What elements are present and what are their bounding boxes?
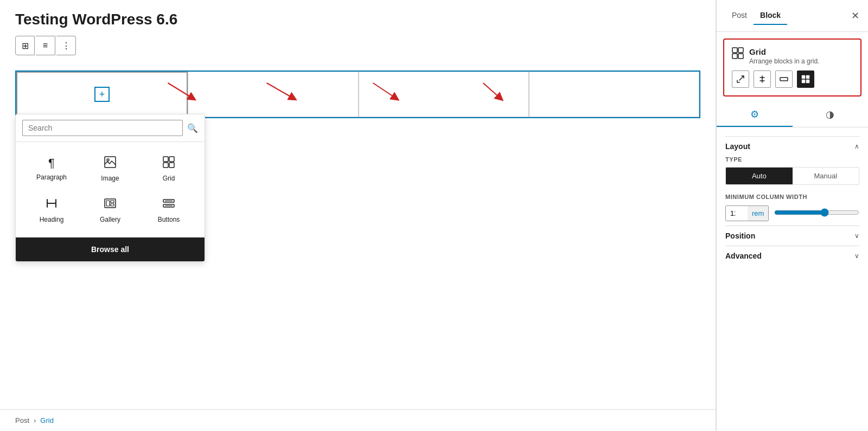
search-bar: 🔍	[16, 114, 205, 142]
block-inserter: 🔍 ¶ Paragraph	[15, 114, 205, 262]
grid-block-icon	[163, 156, 175, 171]
block-item-grid[interactable]: Grid	[142, 151, 196, 188]
svg-rect-26	[802, 80, 805, 83]
more-options-button[interactable]: ⋮	[56, 36, 76, 55]
block-toolbar: ⊞ ≡ ⋮	[15, 36, 700, 55]
block-label-paragraph: Paragraph	[36, 173, 67, 181]
page-title: Testing WordPress 6.6	[15, 11, 700, 28]
block-label-heading: Heading	[40, 216, 64, 223]
layout-section-header[interactable]: Layout ∧	[725, 136, 859, 156]
grid-block: +	[15, 70, 700, 118]
svg-rect-12	[106, 201, 110, 206]
svg-rect-14	[111, 204, 114, 206]
image-icon	[104, 156, 116, 171]
sidebar-icon-tabs: ⚙ ◑	[717, 103, 868, 127]
block-label-grid: Grid	[163, 175, 175, 182]
block-card-icon	[732, 47, 744, 62]
svg-rect-20	[738, 48, 743, 53]
sidebar: Post Block ✕ Grid Arrange blocks in a gr…	[716, 0, 868, 431]
block-label-buttons: Buttons	[158, 216, 180, 223]
min-col-unit: rem	[748, 206, 768, 221]
sidebar-styles-tab[interactable]: ◑	[793, 103, 869, 127]
block-action-4[interactable]	[797, 70, 814, 88]
svg-rect-24	[802, 75, 805, 79]
heading-icon	[46, 197, 58, 213]
breadcrumb: Post › Grid	[0, 409, 716, 431]
search-icon: 🔍	[187, 123, 198, 133]
min-col-input-group: rem	[725, 205, 769, 221]
block-card-info: Grid Arrange blocks in a grid.	[749, 47, 853, 65]
block-card-title: Grid	[749, 47, 853, 56]
advanced-chevron-down-icon: ∨	[854, 252, 859, 260]
block-card-description: Arrange blocks in a grid.	[749, 57, 853, 65]
sidebar-close-button[interactable]: ✕	[851, 11, 859, 21]
slider-container	[774, 208, 859, 219]
list-view-button[interactable]: ≡	[36, 36, 55, 55]
block-card-actions	[732, 70, 853, 88]
min-col-label: MINIMUM COLUMN WIDTH	[725, 194, 859, 200]
editor-area: Testing WordPress 6.6 ⊞ ≡ ⋮ +	[0, 0, 716, 431]
svg-rect-13	[111, 201, 114, 203]
block-grid: ¶ Paragraph Image	[16, 142, 205, 237]
breadcrumb-grid[interactable]: Grid	[40, 416, 54, 424]
breadcrumb-separator: ›	[34, 416, 36, 424]
sidebar-content: Layout ∧ TYPE Auto Manual MINIMUM COLUMN…	[717, 127, 868, 431]
block-action-2[interactable]	[754, 70, 771, 88]
grid-view-button[interactable]: ⊞	[15, 36, 35, 55]
block-item-gallery[interactable]: Gallery	[83, 192, 137, 229]
grid-cell-3[interactable]	[359, 72, 529, 117]
column-width-slider[interactable]	[774, 208, 859, 217]
add-block-button[interactable]: +	[94, 87, 110, 102]
svg-rect-7	[163, 157, 168, 162]
min-col-control: rem	[725, 205, 859, 221]
layout-chevron-up-icon: ∧	[854, 143, 859, 150]
search-input[interactable]	[22, 120, 183, 136]
sidebar-tab-post[interactable]: Post	[725, 7, 754, 25]
block-item-paragraph[interactable]: ¶ Paragraph	[24, 151, 79, 188]
layout-section-title: Layout	[725, 142, 750, 151]
advanced-section-header[interactable]: Advanced ∨	[725, 246, 859, 266]
sidebar-tab-block[interactable]: Block	[754, 7, 787, 25]
sidebar-header: Post Block ✕	[717, 0, 868, 32]
svg-rect-27	[806, 80, 809, 83]
advanced-section-title: Advanced	[725, 252, 762, 260]
browse-all-button[interactable]: Browse all	[16, 237, 205, 261]
svg-rect-8	[169, 157, 174, 162]
svg-rect-25	[806, 75, 809, 79]
type-auto-button[interactable]: Auto	[726, 168, 793, 184]
editor-header: Testing WordPress 6.6 ⊞ ≡ ⋮	[0, 0, 716, 65]
svg-rect-9	[163, 163, 168, 168]
layout-section: Layout ∧ TYPE Auto Manual MINIMUM COLUMN…	[725, 136, 859, 226]
svg-rect-21	[732, 54, 737, 59]
block-item-heading[interactable]: Heading	[24, 192, 79, 229]
buttons-icon	[163, 197, 175, 213]
position-section-header[interactable]: Position ∨	[725, 226, 859, 246]
svg-rect-23	[780, 78, 788, 81]
sidebar-settings-tab[interactable]: ⚙	[717, 103, 793, 127]
block-label-gallery: Gallery	[100, 216, 120, 223]
block-card: Grid Arrange blocks in a grid.	[723, 38, 861, 97]
block-action-1[interactable]	[732, 70, 749, 88]
block-label-image: Image	[101, 175, 119, 182]
position-chevron-down-icon: ∨	[854, 232, 859, 240]
editor-content: +	[0, 65, 716, 409]
grid-cell-1[interactable]: +	[16, 72, 188, 117]
breadcrumb-post: Post	[15, 416, 29, 424]
position-section-title: Position	[725, 231, 755, 240]
grid-cell-4[interactable]	[529, 72, 699, 117]
type-toggle: Auto Manual	[725, 167, 859, 185]
gallery-icon	[104, 197, 116, 213]
svg-rect-10	[169, 163, 174, 168]
grid-cell-2[interactable]	[188, 72, 358, 117]
min-col-input[interactable]	[726, 206, 748, 221]
block-item-image[interactable]: Image	[83, 151, 137, 188]
type-label: TYPE	[725, 156, 859, 163]
svg-point-6	[107, 159, 109, 161]
type-manual-button[interactable]: Manual	[793, 168, 859, 184]
block-item-buttons[interactable]: Buttons	[142, 192, 196, 229]
block-action-3[interactable]	[775, 70, 793, 88]
svg-rect-22	[738, 54, 743, 59]
paragraph-icon: ¶	[48, 156, 55, 170]
block-card-header: Grid Arrange blocks in a grid.	[732, 47, 853, 65]
svg-rect-19	[732, 48, 737, 53]
